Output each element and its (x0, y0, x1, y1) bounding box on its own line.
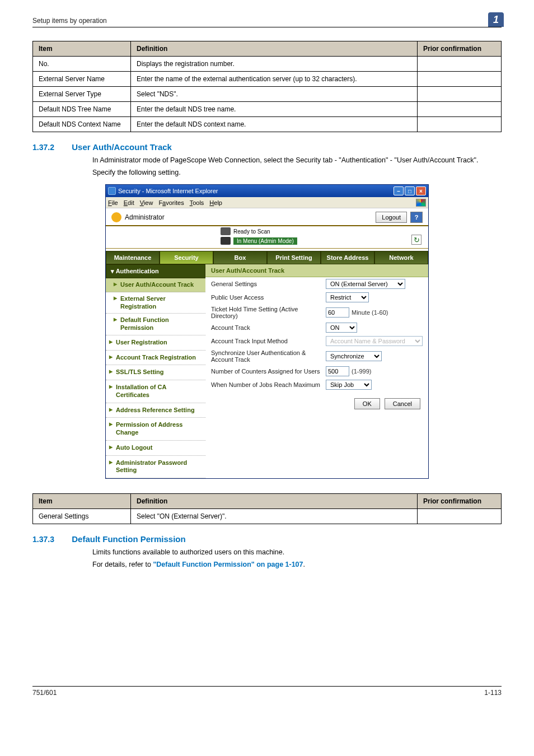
tab-box[interactable]: Box (213, 251, 267, 264)
minimize-button[interactable]: – (394, 186, 404, 195)
titlebar: Security - Microsoft Internet Explorer –… (106, 185, 428, 197)
browser-window: Security - Microsoft Internet Explorer –… (105, 184, 429, 479)
ie-flag-icon (416, 199, 426, 207)
menubar: File Edit View Favorites Tools Help (106, 197, 428, 208)
menu-favorites[interactable]: Favorites (158, 199, 184, 206)
label-num-counters: Number of Counters Assigned for Users (211, 368, 326, 375)
menu-edit[interactable]: Edit (124, 199, 134, 206)
status-mode: In Menu (Admin Mode) (233, 237, 297, 245)
th-definition: Definition (131, 41, 418, 57)
top-toolbar: Administrator Logout ? (106, 208, 428, 226)
sidebar-item-ssl-tls[interactable]: SSL/TLS Setting (106, 365, 205, 380)
label-public-user-access: Public User Access (211, 294, 326, 301)
sidebar-item-default-function[interactable]: Default Function Permission (106, 314, 205, 335)
section-number: 1.37.2 (32, 143, 54, 152)
cross-reference-link[interactable]: "Default Function Permission" on page 1-… (153, 561, 303, 568)
table-row: General Settings Select "ON (External Se… (33, 509, 502, 524)
help-button[interactable]: ? (410, 212, 423, 223)
sidebar-header[interactable]: ▾ Authentication (106, 264, 205, 278)
chapter-tab: 1 (488, 12, 504, 27)
menu-view[interactable]: View (140, 199, 153, 206)
select-public-user-access[interactable]: Restrict (326, 292, 369, 302)
sidebar-item-user-registration[interactable]: User Registration (106, 335, 205, 351)
tab-maintenance[interactable]: Maintenance (106, 251, 160, 264)
th-prior: Prior confirmation (418, 494, 502, 509)
breadcrumb: Setup items by operation (32, 17, 107, 25)
label-ticket-hold-time: Ticket Hold Time Setting (Active Directo… (211, 306, 326, 319)
select-account-track[interactable]: ON (326, 323, 357, 333)
label-account-track: Account Track (211, 324, 326, 331)
ok-button[interactable]: OK (354, 398, 380, 409)
sidebar-item-user-auth[interactable]: User Auth/Account Track (106, 278, 205, 292)
section-paragraph: Specify the following setting. (92, 169, 502, 176)
status-bar: Ready to Scan In Menu (Admin Mode) ↻ (106, 226, 428, 249)
suffix-minute: Minute (1-60) (352, 309, 388, 316)
label-general-settings: General Settings (211, 281, 326, 287)
status-ready: Ready to Scan (233, 228, 270, 235)
tab-bar: Maintenance Security Box Print Setting S… (106, 249, 428, 264)
page-footer: 751/601 1-113 (32, 686, 502, 697)
cancel-button[interactable]: Cancel (385, 398, 420, 409)
footer-model: 751/601 (32, 689, 57, 697)
definition-table-1: Item Definition Prior confirmation No. D… (32, 41, 502, 132)
th-item: Item (33, 494, 131, 509)
th-prior: Prior confirmation (418, 41, 502, 57)
label-sync-auth: Synchronize User Authentication & Accoun… (211, 349, 326, 363)
ie-icon (108, 187, 116, 195)
refresh-icon[interactable]: ↻ (411, 235, 421, 245)
logout-button[interactable]: Logout (376, 212, 407, 223)
page-header: Setup items by operation 1 (32, 12, 502, 27)
sidebar: ▾ Authentication User Auth/Account Track… (106, 264, 205, 478)
tab-network[interactable]: Network (374, 251, 428, 264)
sidebar-item-ca-certs[interactable]: Installation of CA Certificates (106, 380, 205, 403)
select-sync-auth[interactable]: Synchronize (326, 351, 382, 361)
select-account-track-input: Account Name & Password (326, 336, 423, 346)
section-heading: 1.37.3 Default Function Permission (32, 534, 502, 544)
section-title: Default Function Permission (72, 534, 185, 544)
section-number: 1.37.3 (32, 535, 54, 544)
sidebar-item-auto-logout[interactable]: Auto Logout (106, 441, 205, 456)
sidebar-item-perm-address[interactable]: Permission of Address Change (106, 418, 205, 441)
label-account-track-input: Account Track Input Method (211, 338, 326, 344)
select-general-settings[interactable]: ON (External Server) (326, 279, 405, 289)
panel-header: User Auth/Account Track (205, 264, 428, 277)
administrator-label: Administrator (125, 213, 165, 221)
table-row: No. Displays the registration number. (33, 57, 502, 72)
tab-security[interactable]: Security (160, 251, 213, 264)
definition-table-2: Item Definition Prior confirmation Gener… (32, 493, 502, 524)
administrator-icon (111, 212, 121, 222)
table-row: Default NDS Context Name Enter the defau… (33, 117, 502, 132)
tab-print-setting[interactable]: Print Setting (267, 251, 321, 264)
sidebar-item-address-ref[interactable]: Address Reference Setting (106, 403, 205, 418)
section-title: User Auth/Account Track (72, 142, 172, 152)
section-paragraph: For details, refer to "Default Function … (92, 561, 502, 568)
tab-store-address[interactable]: Store Address (321, 251, 374, 264)
section-paragraph: In Administrator mode of PageScope Web C… (92, 156, 502, 164)
th-definition: Definition (131, 494, 418, 509)
section-paragraph: Limits functions available to authorized… (92, 548, 502, 556)
sidebar-item-admin-password[interactable]: Administrator Password Setting (106, 456, 205, 479)
th-item: Item (33, 41, 131, 57)
menu-file[interactable]: File (108, 199, 118, 206)
window-title: Security - Microsoft Internet Explorer (118, 188, 394, 194)
sidebar-item-account-track-reg[interactable]: Account Track Registration (106, 351, 205, 366)
footer-page: 1-113 (484, 689, 502, 697)
maximize-button[interactable]: □ (405, 186, 415, 195)
input-ticket-hold-time[interactable] (326, 307, 349, 318)
table-row: Default NDS Tree Name Enter the default … (33, 102, 502, 117)
mode-icon (221, 237, 231, 245)
section-heading: 1.37.2 User Auth/Account Track (32, 142, 502, 152)
input-num-counters[interactable] (326, 366, 349, 376)
main-panel: User Auth/Account Track General Settings… (205, 264, 428, 478)
table-row: External Server Name Enter the name of t… (33, 72, 502, 87)
select-max-jobs[interactable]: Skip Job (326, 380, 372, 390)
menu-help[interactable]: Help (209, 199, 222, 206)
close-button[interactable]: × (416, 186, 426, 195)
suffix-range: (1-999) (352, 368, 371, 375)
scanner-icon (221, 227, 231, 235)
label-max-jobs: When Number of Jobs Reach Maximum (211, 381, 326, 388)
table-row: External Server Type Select "NDS". (33, 87, 502, 102)
menu-tools[interactable]: Tools (190, 199, 204, 206)
sidebar-item-external-server[interactable]: External Server Registration (106, 292, 205, 314)
